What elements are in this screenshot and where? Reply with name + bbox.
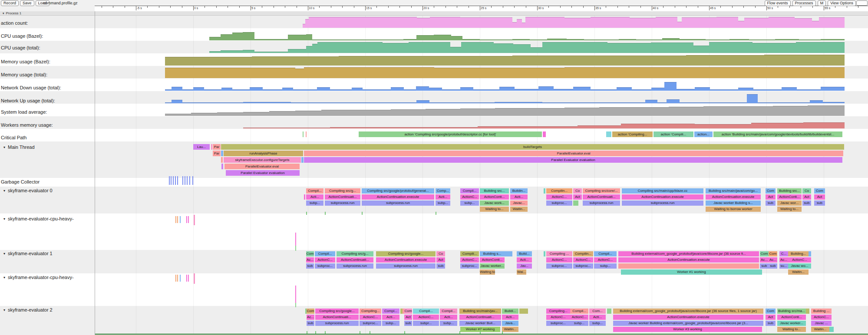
trace-event-bar[interactable]: Building external/com_google_protobuf/ja… (618, 251, 759, 256)
trace-event-bar[interactable]: sub (814, 200, 825, 206)
trace-event-bar[interactable]: ActionC... (460, 257, 479, 263)
trace-event-bar[interactable]: Par (213, 144, 221, 150)
instant-event-tick[interactable] (177, 216, 178, 223)
trace-event-bar[interactable]: ActionC... (570, 315, 588, 320)
trace-event-bar[interactable]: Javac worker Buil... (459, 321, 501, 326)
trace-event-bar[interactable]: subprocess.run (315, 321, 359, 326)
trace-event-bar[interactable]: subp... (382, 321, 399, 326)
trace-event-bar[interactable]: ActionContinuati... (325, 194, 360, 200)
trace-event-bar[interactable]: sub (802, 200, 811, 206)
trace-event-bar[interactable]: Compil... (570, 309, 588, 314)
trace-event-bar[interactable]: Compil... (306, 188, 323, 194)
trace-event-bar[interactable] (221, 164, 223, 169)
trace-event-bar[interactable]: subproc... (573, 263, 593, 269)
trace-event-bar[interactable]: Building src... (777, 188, 802, 194)
trace-event-bar[interactable]: Building s... (480, 251, 505, 256)
collapse-arrow-icon[interactable]: ▾ (3, 145, 5, 149)
trace-event-bar[interactable]: Javac work... (480, 200, 509, 206)
trace-event-bar[interactable]: sub (306, 263, 314, 269)
instant-event-tick[interactable] (175, 216, 176, 223)
trace-event-bar[interactable]: Compil... (594, 251, 617, 256)
instant-event-tick[interactable] (182, 176, 183, 185)
trace-event-bar[interactable] (519, 309, 528, 314)
collapse-arrow-icon[interactable]: ▾ (3, 308, 5, 312)
trace-event-bar[interactable]: ActionContinuati... (583, 194, 620, 200)
track-label-skyframe-evaluator-2[interactable]: ▾skyframe-evaluator 2 (3, 307, 53, 312)
trace-event-bar[interactable]: Compil... (413, 309, 439, 314)
trace-event-bar[interactable]: ActionContinuati... (315, 315, 359, 320)
instant-event-tick[interactable] (177, 176, 178, 185)
trace-event-bar[interactable]: Compilin... (573, 251, 593, 256)
trace-event-bar[interactable]: Act (404, 315, 412, 320)
trace-event-bar[interactable]: Compil... (440, 309, 457, 314)
trace-event-bar[interactable]: Worker #1 working (621, 269, 762, 275)
trace-event-bar[interactable]: action 'Compili... (653, 131, 693, 137)
instant-event-tick[interactable] (194, 273, 195, 284)
trace-event-bar[interactable]: ParallelEvaluator.eval (224, 164, 300, 169)
instant-event-tick[interactable] (306, 212, 307, 215)
trace-event-bar[interactable]: Lau... (193, 144, 210, 150)
trace-event-bar[interactable]: subprocess.run (337, 263, 373, 269)
trace-event-bar[interactable]: Waiting to... (480, 269, 495, 275)
trace-event-bar[interactable] (303, 131, 304, 137)
trace-event-bar[interactable]: ActionContinuati... (459, 315, 501, 320)
trace-event-bar[interactable]: Ac... (769, 257, 777, 263)
instant-event-tick[interactable] (295, 286, 296, 303)
trace-event-bar[interactable]: sub (760, 263, 769, 269)
trace-event-bar[interactable]: Ac... (306, 257, 314, 263)
trace-event-bar[interactable]: Building external/com_google_protobuf/ja… (613, 309, 763, 314)
trace-event-bar[interactable]: sub (436, 263, 445, 269)
trace-event-bar[interactable]: subp... (306, 200, 323, 206)
trace-event-bar[interactable]: Com (760, 251, 769, 256)
instant-event-tick[interactable] (186, 216, 187, 223)
trace-event-bar[interactable]: Acti... (502, 315, 518, 320)
trace-event-bar[interactable]: action... (694, 131, 713, 137)
trace-event-bar[interactable]: Javac worker... (777, 321, 806, 326)
trace-event-bar[interactable]: Worker #3 working (613, 327, 762, 332)
trace-event-bar[interactable]: subp... (460, 200, 479, 206)
trace-event-bar[interactable]: Compiling... (546, 309, 570, 314)
toolbar-cropped-button[interactable] (856, 0, 868, 6)
trace-event-bar[interactable] (544, 251, 545, 256)
trace-event-bar[interactable]: Javac... (510, 200, 528, 206)
trace-event-bar[interactable]: subprocess.run (583, 200, 620, 206)
trace-event-bar[interactable]: subprocess.run (362, 200, 434, 206)
collapse-arrow-icon[interactable]: ▾ (3, 217, 5, 221)
trace-event-bar[interactable]: Com (307, 309, 314, 314)
trace-event-bar[interactable]: subprocess.run (376, 263, 436, 269)
trace-event-bar[interactable]: Act (766, 315, 776, 320)
track-label-skyframe-evaluator-cpu-heavy[interactable]: ▾skyframe-evaluator-cpu-heavy- (3, 216, 74, 221)
record-button[interactable]: Record (1, 0, 19, 6)
trace-event-bar[interactable]: Co (802, 188, 811, 194)
trace-event-bar[interactable]: sub (766, 321, 776, 326)
trace-event-bar[interactable]: Compil... (460, 188, 479, 194)
trace-event-bar[interactable]: Act (802, 194, 811, 200)
track-label-skyframe-evaluator-0[interactable]: ▾skyframe-evaluator 0 (3, 188, 53, 193)
instant-event-tick[interactable] (185, 176, 185, 185)
trace-event-bar[interactable]: action 'Compiling src/google/protobuf/de… (359, 131, 542, 137)
trace-event-bar[interactable]: subproc... (460, 263, 479, 269)
trace-event-bar[interactable] (618, 263, 759, 269)
view-options-button[interactable]: View Options (828, 0, 856, 6)
track-label-skyframe-evaluator-cpu-heavy[interactable]: ▾skyframe-evaluator-cpu-heavy- (3, 275, 74, 280)
trace-event-bar[interactable] (544, 188, 545, 194)
collapse-arrow-icon[interactable]: ▾ (3, 252, 5, 256)
track-label-skyframe-evaluator-1[interactable]: ▾skyframe-evaluator 1 (3, 251, 53, 256)
trace-event-bar[interactable]: Waitin... (811, 327, 829, 332)
trace-event-bar[interactable]: Javac wor... (777, 200, 802, 206)
trace-event-bar[interactable]: Building src/main/java/com/go... (706, 188, 761, 194)
trace-event-bar[interactable]: ActionConti... (777, 315, 806, 320)
trace-event-bar[interactable]: subproc... (360, 321, 381, 326)
trace-event-bar[interactable]: Compili... (460, 251, 479, 256)
trace-event-bar[interactable]: Compiling ... (546, 251, 572, 256)
trace-event-bar[interactable]: sub (769, 263, 777, 269)
trace-event-bar[interactable]: ActionConti... (777, 194, 802, 200)
trace-event-bar[interactable]: sub (766, 200, 776, 206)
instant-event-tick[interactable] (295, 233, 296, 246)
instant-event-tick[interactable] (325, 212, 326, 215)
trace-event-bar[interactable]: ActionC... (546, 194, 572, 200)
trace-event-bar[interactable]: ActionContinuation.execute (618, 257, 759, 263)
instant-event-tick[interactable] (177, 275, 178, 282)
trace-event-bar[interactable]: ActionConti... (480, 257, 505, 263)
trace-event-bar[interactable]: Acti... (436, 194, 450, 200)
